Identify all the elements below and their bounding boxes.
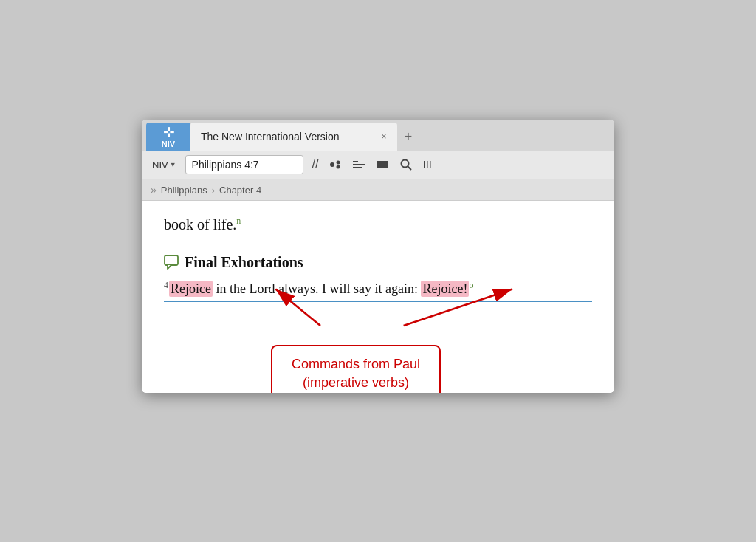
- tab-title: The New International Version: [201, 131, 372, 143]
- svg-rect-10: [427, 161, 428, 168]
- toolbar-icons: //: [312, 158, 437, 171]
- tab-bar: ⊹ NIV The New International Version × +: [142, 120, 614, 151]
- app-icon-symbol: ⊹: [163, 126, 174, 139]
- footnote-o[interactable]: o: [469, 280, 473, 290]
- svg-point-0: [330, 162, 334, 167]
- svg-rect-3: [353, 161, 358, 162]
- section-title: Final Exhortations: [185, 254, 303, 271]
- verse-text-preceding: book of life.n: [164, 216, 592, 233]
- svg-rect-11: [430, 161, 431, 168]
- verse-text-middle: in the Lord always. I will say it again:: [213, 281, 421, 296]
- app-icon-label: NIV: [162, 140, 175, 148]
- reference-input[interactable]: [185, 155, 303, 174]
- breadcrumb-expand-icon[interactable]: »: [151, 184, 157, 196]
- reading-mode-icon[interactable]: [376, 159, 389, 170]
- niv-label: NIV: [152, 159, 168, 171]
- svg-point-7: [402, 160, 409, 168]
- app-icon[interactable]: ⊹ NIV: [146, 123, 190, 151]
- svg-rect-9: [424, 161, 425, 168]
- search-icon[interactable]: [399, 158, 413, 171]
- svg-rect-5: [353, 167, 362, 168]
- breadcrumb: » Philippians › Chapter 4: [142, 179, 614, 201]
- verse-word-rejoice-2: Rejoice!: [421, 281, 469, 297]
- new-tab-button[interactable]: +: [397, 123, 419, 151]
- resources-icon[interactable]: [329, 159, 342, 170]
- svg-line-8: [408, 167, 412, 171]
- svg-rect-12: [165, 255, 178, 265]
- breadcrumb-separator: ›: [212, 185, 215, 196]
- dropdown-caret-icon: ▼: [170, 161, 176, 168]
- svg-point-2: [337, 165, 340, 169]
- svg-point-1: [337, 161, 340, 165]
- annotation-callout: Commands from Paul (imperative verbs): [271, 345, 441, 393]
- parallel-icon[interactable]: //: [312, 158, 319, 171]
- verse-4: 4Rejoice in the Lord always. I will say …: [164, 278, 592, 299]
- verse-number: 4: [164, 280, 168, 290]
- toolbar: NIV ▼ //: [142, 151, 614, 179]
- active-tab[interactable]: The New International Version ×: [190, 123, 397, 151]
- svg-rect-4: [353, 164, 365, 165]
- svg-rect-6: [377, 161, 388, 168]
- panel-layout-icon[interactable]: [423, 159, 436, 170]
- niv-dropdown[interactable]: NIV ▼: [149, 159, 179, 171]
- verse-word-rejoice-1: Rejoice: [169, 281, 213, 297]
- tab-close-button[interactable]: ×: [378, 131, 390, 143]
- breadcrumb-book-link[interactable]: Philippians: [161, 185, 207, 196]
- callout-line2: (imperative verbs): [303, 375, 409, 390]
- footnote-n[interactable]: n: [236, 216, 241, 226]
- section-heading: Final Exhortations: [164, 254, 592, 271]
- breadcrumb-chapter-link[interactable]: Chapter 4: [219, 185, 261, 196]
- outline-icon[interactable]: [352, 159, 365, 170]
- section-comment-icon: [164, 255, 180, 270]
- app-window: ⊹ NIV The New International Version × + …: [142, 120, 614, 393]
- book-of-life-text: book of life.: [164, 216, 236, 233]
- callout-line1: Commands from Paul: [292, 357, 420, 371]
- blue-divider-line: [164, 301, 592, 302]
- content-area: book of life.n Final Exhortations 4Rejoi…: [142, 201, 614, 393]
